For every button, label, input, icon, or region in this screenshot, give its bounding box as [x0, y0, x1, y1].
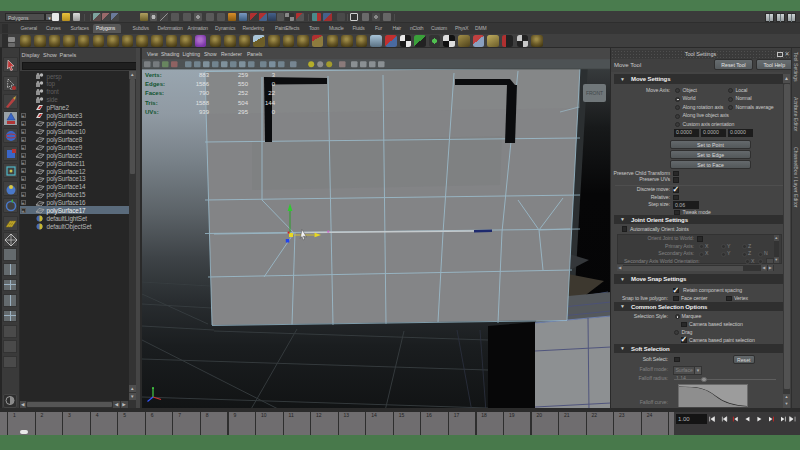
svg-text:Panels: Panels	[247, 51, 263, 57]
svg-text:Lighting: Lighting	[182, 51, 200, 57]
svg-text:504: 504	[237, 100, 248, 106]
svg-text:FRONT: FRONT	[585, 90, 602, 96]
svg-text:790: 790	[198, 90, 209, 96]
svg-text:Verts:: Verts:	[145, 72, 162, 78]
svg-text:Show: Show	[204, 51, 217, 57]
svg-text:144: 144	[264, 100, 275, 106]
svg-text:259: 259	[237, 72, 248, 78]
svg-text:1586: 1586	[195, 81, 209, 87]
svg-text:1588: 1588	[195, 100, 209, 106]
svg-text:Faces:: Faces:	[145, 90, 164, 96]
svg-text:883: 883	[198, 72, 209, 78]
svg-text:Tris:: Tris:	[145, 100, 158, 106]
svg-text:22: 22	[268, 90, 275, 96]
svg-text:Edges:: Edges:	[145, 81, 165, 87]
svg-text:252: 252	[237, 90, 248, 96]
svg-text:939: 939	[198, 109, 209, 115]
svg-text:295: 295	[237, 109, 248, 115]
svg-text:550: 550	[237, 81, 248, 87]
svg-text:UVs:: UVs:	[145, 109, 159, 115]
svg-text:Shading: Shading	[161, 51, 180, 57]
svg-text:View: View	[147, 51, 158, 57]
svg-text:Renderer: Renderer	[221, 51, 242, 57]
